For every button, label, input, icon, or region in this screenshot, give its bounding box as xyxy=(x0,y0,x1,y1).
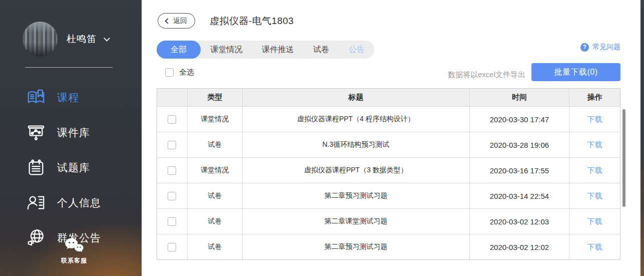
tab-announcements[interactable]: 公告 xyxy=(339,41,374,59)
row-action-cell: 下载 xyxy=(569,209,620,234)
tab-bar: 全部 课堂情况 课件推送 试卷 公告 xyxy=(157,41,374,59)
tab-papers[interactable]: 试卷 xyxy=(304,41,339,59)
row-action-cell: 下载 xyxy=(569,132,620,157)
row-time: 2020-03-02 12:02 xyxy=(469,234,569,259)
table-row: 试卷 第二章预习测试习题 2020-03-14 22:54 下载 xyxy=(157,183,620,208)
row-time: 2020-03-16 17:55 xyxy=(469,158,569,183)
sidebar-item-courseware-library[interactable]: 课件库 xyxy=(0,115,142,150)
row-title: 虚拟仪器课程PPT（4 程序结构设计） xyxy=(242,107,469,132)
download-link[interactable]: 下载 xyxy=(587,191,602,201)
notebook-icon xyxy=(26,158,46,178)
download-link[interactable]: 下载 xyxy=(587,140,602,150)
batch-download-button[interactable]: 批量下载(0) xyxy=(531,63,620,81)
main-panel: 返回 虚拟仪器-电气1803 ? 常见问题 全部 课堂情况 课件推送 试卷 公告… xyxy=(142,0,640,276)
sidebar-item-question-bank[interactable]: 试题库 xyxy=(0,150,142,185)
row-checkbox-cell xyxy=(157,107,187,132)
row-title: 第二章预习测试习题 xyxy=(242,183,469,208)
tab-class-status[interactable]: 课堂情况 xyxy=(201,41,252,59)
header-checkbox-column xyxy=(157,89,187,106)
header-type: 类型 xyxy=(187,89,242,106)
row-checkbox[interactable] xyxy=(168,217,176,226)
divider xyxy=(25,67,113,68)
row-time: 2020-03-28 19:06 xyxy=(469,132,569,157)
row-action-cell: 下载 xyxy=(569,107,620,132)
select-all-label[interactable]: 全选 xyxy=(179,68,194,77)
user-name: 杜鸣笛 xyxy=(67,33,97,46)
table-row: 试卷 N.3循环结构预习测试 2020-03-28 19:06 下载 xyxy=(157,132,620,157)
table-row: 课堂情况 虚拟仪器课程PPT（4 程序结构设计） 2020-03-30 17:4… xyxy=(157,106,620,132)
download-link[interactable]: 下载 xyxy=(587,242,602,252)
person-document-icon xyxy=(26,193,46,213)
row-action-cell: 下载 xyxy=(569,234,620,259)
back-button-label: 返回 xyxy=(173,17,187,26)
row-type: 试卷 xyxy=(187,132,242,157)
tab-all[interactable]: 全部 xyxy=(157,41,201,59)
row-type: 试卷 xyxy=(187,183,242,208)
download-link[interactable]: 下载 xyxy=(587,166,602,175)
table-row: 试卷 第二章预习测试习题 2020-03-02 12:02 下载 xyxy=(157,234,620,259)
row-checkbox[interactable] xyxy=(168,166,176,175)
row-title: 第二章课堂测试习题 xyxy=(242,209,469,234)
row-type: 试卷 xyxy=(187,234,242,259)
globe-megaphone-icon xyxy=(26,228,46,248)
faq-link[interactable]: ? 常见问题 xyxy=(580,43,620,52)
row-action-cell: 下载 xyxy=(569,158,620,183)
page-title: 虚拟仪器-电气1803 xyxy=(210,15,294,28)
contact-support[interactable]: 联系客服 xyxy=(54,237,94,265)
header-time: 时间 xyxy=(469,89,569,106)
row-time: 2020-03-02 12:03 xyxy=(469,209,569,234)
avatar[interactable] xyxy=(23,22,58,57)
chevron-left-icon xyxy=(165,18,170,24)
back-button[interactable]: 返回 xyxy=(158,13,195,29)
row-time: 2020-03-14 22:54 xyxy=(469,183,569,208)
row-time: 2020-03-30 17:47 xyxy=(469,107,569,132)
sidebar-item-personal-info[interactable]: 个人信息 xyxy=(0,185,142,220)
question-icon: ? xyxy=(580,43,589,52)
header-action: 操作 xyxy=(569,89,620,106)
row-checkbox-cell xyxy=(157,209,187,234)
row-title: 虚拟仪器课程PPT（3 数据类型） xyxy=(242,158,469,183)
sidebar-item-label: 个人信息 xyxy=(57,196,101,210)
chevron-down-icon[interactable] xyxy=(104,35,110,42)
sidebar: 杜鸣笛 课程 xyxy=(0,0,142,276)
table-body: 课堂情况 虚拟仪器课程PPT（4 程序结构设计） 2020-03-30 17:4… xyxy=(157,106,620,259)
row-checkbox-cell xyxy=(157,158,187,183)
table-row: 试卷 第二章课堂测试习题 2020-03-02 12:03 下载 xyxy=(157,208,620,234)
row-title: 第二章预习测试习题 xyxy=(242,234,469,259)
download-link[interactable]: 下载 xyxy=(587,217,602,226)
scrollbar-thumb[interactable] xyxy=(622,109,625,207)
select-all-row: 全选 xyxy=(165,68,194,77)
data-table: 类型 标题 时间 操作 课堂情况 虚拟仪器课程PPT（4 程序结构设计） 202… xyxy=(157,88,620,260)
row-checkbox[interactable] xyxy=(168,141,176,149)
row-checkbox-cell xyxy=(157,132,187,157)
user-profile[interactable]: 杜鸣笛 xyxy=(23,22,128,57)
row-checkbox[interactable] xyxy=(168,115,176,124)
row-checkbox[interactable] xyxy=(168,243,176,251)
presentation-chart-icon xyxy=(26,123,46,143)
sidebar-nav: 课程 课件库 xyxy=(0,80,142,255)
wechat-icon xyxy=(64,237,85,253)
contact-support-label: 联系客服 xyxy=(54,256,94,265)
sidebar-item-label: 试题库 xyxy=(57,161,90,175)
download-link[interactable]: 下载 xyxy=(587,115,602,124)
table-row: 课堂情况 虚拟仪器课程PPT（3 数据类型） 2020-03-16 17:55 … xyxy=(157,157,620,183)
row-type: 课堂情况 xyxy=(187,158,242,183)
header-title: 标题 xyxy=(242,89,469,106)
book-icon xyxy=(26,88,46,108)
sidebar-item-label: 课程 xyxy=(57,91,79,105)
tab-courseware-push[interactable]: 课件推送 xyxy=(252,41,304,59)
sidebar-item-label: 课件库 xyxy=(57,126,90,140)
row-checkbox-cell xyxy=(157,234,187,259)
row-type: 试卷 xyxy=(187,209,242,234)
export-hint: 数据将以excel文件导出 xyxy=(448,70,525,80)
select-all-checkbox[interactable] xyxy=(165,68,174,77)
row-action-cell: 下载 xyxy=(569,183,620,208)
row-title: N.3循环结构预习测试 xyxy=(242,132,469,157)
row-type: 课堂情况 xyxy=(187,107,242,132)
faq-label: 常见问题 xyxy=(592,43,620,52)
table-header-row: 类型 标题 时间 操作 xyxy=(157,89,620,106)
sidebar-item-courses[interactable]: 课程 xyxy=(0,80,142,115)
row-checkbox[interactable] xyxy=(168,192,176,200)
row-checkbox-cell xyxy=(157,183,187,208)
